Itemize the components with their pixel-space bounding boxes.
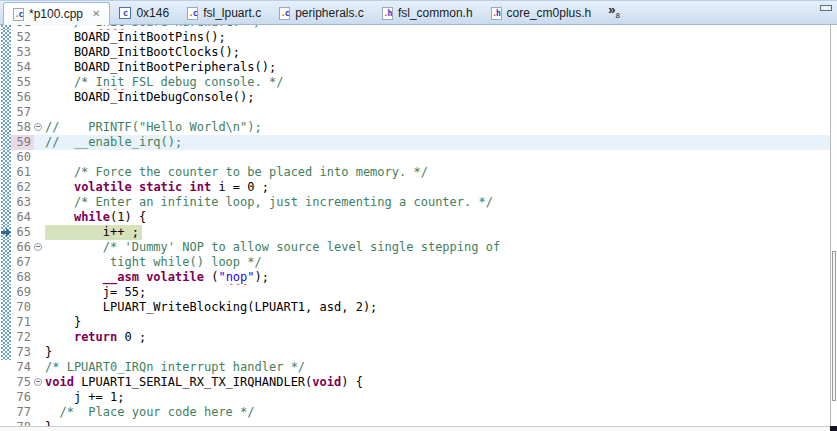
code-text[interactable]: // __enable_irq(); (45, 135, 830, 150)
code-text[interactable]: while(1) { (45, 210, 830, 225)
line-number[interactable]: 63 (11, 195, 34, 210)
line-number[interactable]: 77 (11, 405, 34, 420)
vertical-scrollbar-thumb[interactable] (832, 251, 836, 401)
code-line: 52 BOARD_InitBootPins(); (0, 30, 830, 45)
fold-gutter (34, 360, 45, 375)
code-text[interactable]: } (45, 315, 830, 330)
tab-close-icon[interactable]: ✕ (92, 9, 100, 19)
code-text[interactable]: __asm volatile ("nop"); (45, 270, 830, 285)
line-number[interactable]: 64 (11, 210, 34, 225)
code-line: 58// PRINTF("Hello World\n"); (0, 120, 830, 135)
line-number[interactable]: 57 (11, 105, 34, 120)
tab-overflow-count: 8 (616, 11, 620, 20)
horizontal-scrollbar[interactable] (0, 426, 830, 431)
quickdiff-gutter (1, 315, 11, 330)
code-line: 73} (0, 345, 830, 360)
c-file-icon: .c (187, 7, 198, 20)
vertical-scrollbar[interactable] (830, 25, 837, 426)
line-number[interactable]: 59 (11, 135, 34, 150)
code-line: 64 while(1) { (0, 210, 830, 225)
code-text[interactable]: volatile static int i = 0 ; (45, 180, 830, 195)
code-line: 69 j= 55; (0, 285, 830, 300)
tab-peripherals-c[interactable]: .cperipherals.c (270, 2, 373, 24)
fold-collapse-icon[interactable] (34, 243, 42, 251)
line-number[interactable]: 68 (11, 270, 34, 285)
code-text[interactable]: /* Force the counter to be placed into m… (45, 165, 830, 180)
fold-gutter (34, 240, 45, 255)
code-text[interactable]: tight while() loop */ (45, 255, 830, 270)
code-text[interactable]: BOARD_InitBootPins(); (45, 30, 830, 45)
fold-gutter (34, 180, 45, 195)
fold-gutter (34, 150, 45, 165)
line-number[interactable]: 75 (11, 375, 34, 390)
code-text[interactable]: /* 'Dummy' NOP to allow source level sin… (45, 240, 830, 255)
code-text[interactable]: // PRINTF("Hello World\n"); (45, 120, 830, 135)
line-number[interactable]: 53 (11, 45, 34, 60)
fold-gutter (34, 195, 45, 210)
code-text[interactable]: void LPUART1_SERIAL_RX_TX_IRQHANDLER(voi… (45, 375, 830, 390)
tab-core-cm0plus-h[interactable]: .hcore_cm0plus.h (482, 2, 601, 24)
line-number[interactable]: 56 (11, 90, 34, 105)
line-number[interactable]: 65 (11, 225, 34, 240)
code-line: 62 volatile static int i = 0 ; (0, 180, 830, 195)
line-number[interactable]: 76 (11, 390, 34, 405)
line-number[interactable]: 66 (11, 240, 34, 255)
line-number[interactable]: 72 (11, 330, 34, 345)
code-line: 68 __asm volatile ("nop"); (0, 270, 830, 285)
code-text[interactable] (45, 105, 830, 120)
code-text[interactable]: /* LPUART0_IRQn interrupt handler */ (45, 360, 830, 375)
code-text[interactable]: BOARD_InitBootClocks(); (45, 45, 830, 60)
code-text[interactable]: return 0 ; (45, 330, 830, 345)
code-line: 74/* LPUART0_IRQn interrupt handler */ (0, 360, 830, 375)
quickdiff-gutter (1, 105, 11, 120)
line-number[interactable]: 58 (11, 120, 34, 135)
code-rows: 51 /* Init board hardware. */52 BOARD_In… (0, 25, 830, 426)
tab-0x146[interactable]: c0x146 (110, 2, 178, 24)
code-text[interactable]: j += 1; (45, 390, 830, 405)
line-number[interactable]: 71 (11, 315, 34, 330)
line-number[interactable]: 61 (11, 165, 34, 180)
line-number[interactable]: 69 (11, 285, 34, 300)
code-text[interactable]: LPUART_WriteBlocking(LPUART1, asd, 2); (45, 300, 830, 315)
quickdiff-gutter (1, 210, 11, 225)
fold-gutter (34, 270, 45, 285)
line-number[interactable]: 74 (11, 360, 34, 375)
quickdiff-gutter (1, 300, 11, 315)
line-number[interactable]: 55 (11, 75, 34, 90)
line-number[interactable]: 70 (11, 300, 34, 315)
code-text[interactable]: i++ ; (45, 225, 830, 240)
code-text[interactable]: } (45, 345, 830, 360)
tab-fsl-lpuart-c[interactable]: .cfsl_lpuart.c (178, 2, 270, 24)
line-number[interactable]: 67 (11, 255, 34, 270)
h-file-icon: .h (382, 7, 393, 20)
code-text[interactable]: /* Place your code here */ (45, 405, 830, 420)
tab-label: fsl_common.h (398, 6, 473, 20)
fold-gutter (34, 120, 45, 135)
code-text[interactable]: j= 55; (45, 285, 830, 300)
line-number[interactable]: 52 (11, 30, 34, 45)
fold-collapse-icon[interactable] (34, 378, 42, 386)
fold-gutter (34, 225, 45, 240)
code-text[interactable]: /* Init FSL debug console. */ (45, 75, 830, 90)
c-file-icon: .c (279, 7, 290, 20)
code-text[interactable]: BOARD_InitBootPeripherals(); (45, 60, 830, 75)
line-number[interactable]: 73 (11, 345, 34, 360)
line-number[interactable]: 54 (11, 60, 34, 75)
line-number[interactable]: 62 (11, 180, 34, 195)
tab--p100-cpp[interactable]: .c*p100.cpp✕ (3, 2, 110, 25)
fold-gutter (34, 300, 45, 315)
code-text[interactable]: /* Enter an infinite loop, just incremen… (45, 195, 830, 210)
quickdiff-gutter (1, 225, 11, 240)
code-line: 60 (0, 150, 830, 165)
fold-gutter (34, 165, 45, 180)
fold-collapse-icon[interactable] (34, 123, 42, 131)
minimize-icon[interactable] (820, 5, 832, 11)
line-number[interactable]: 60 (11, 150, 34, 165)
quickdiff-gutter (1, 90, 11, 105)
tab-fsl-common-h[interactable]: .hfsl_common.h (373, 2, 482, 24)
code-text[interactable]: BOARD_InitDebugConsole(); (45, 90, 830, 105)
fold-gutter (34, 45, 45, 60)
code-text[interactable] (45, 150, 830, 165)
code-line: 56 BOARD_InitDebugConsole(); (0, 90, 830, 105)
tab-overflow-chevron[interactable]: »8 (608, 2, 620, 24)
